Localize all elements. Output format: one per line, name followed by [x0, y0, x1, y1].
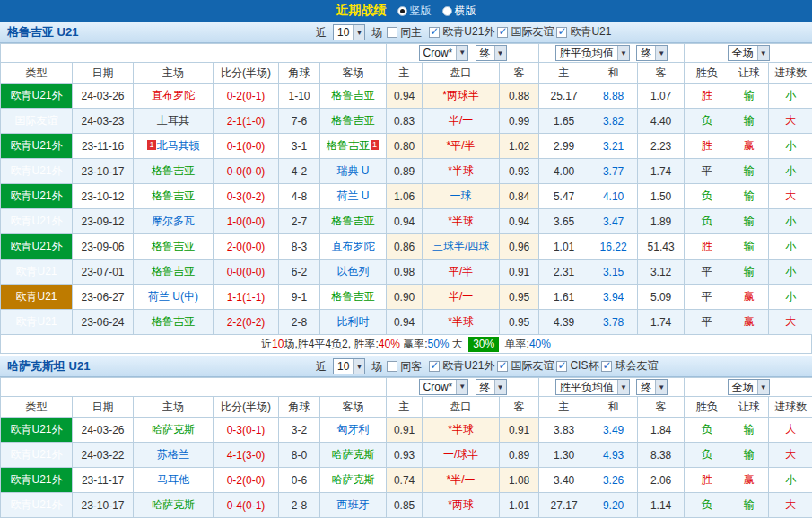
odds-home: 0.94	[387, 84, 423, 109]
away-team[interactable]: 比利时	[320, 310, 387, 335]
summary-text: 40%	[529, 338, 551, 350]
away-team[interactable]: 以色列	[320, 260, 387, 285]
checkbox-icon[interactable]	[429, 361, 440, 372]
same-home-filter[interactable]: 同主	[387, 25, 422, 40]
goals-result: 小	[769, 159, 812, 184]
col-header-odds-away: 客	[500, 397, 539, 418]
home-team[interactable]: 格鲁吉亚	[134, 234, 214, 260]
away-team[interactable]: 格鲁吉亚	[320, 209, 387, 234]
league-filter[interactable]: 球会友谊	[601, 358, 658, 374]
league-filter-label: 欧青U21外	[442, 24, 494, 40]
away-team[interactable]: 格鲁吉亚	[320, 84, 387, 109]
cell-text: 0.91	[509, 266, 529, 278]
home-team[interactable]: 哈萨克斯	[134, 493, 214, 518]
away-team[interactable]: 格鲁吉亚1	[320, 134, 387, 159]
col-header-away-team: 客场	[320, 397, 387, 418]
cell-text: 0.96	[509, 241, 529, 253]
score-halftime: 0-1(0-0)	[214, 134, 279, 159]
final-odds-select[interactable]: 终▼	[476, 379, 507, 395]
checkbox-icon[interactable]	[556, 361, 567, 372]
handicap-line: *半球	[423, 310, 500, 335]
goals-result: 大	[769, 184, 812, 209]
final-avg-select[interactable]: 终▼	[636, 45, 668, 61]
same-away-filter[interactable]: 同客	[387, 359, 422, 374]
home-team[interactable]: 摩尔多瓦	[134, 209, 214, 234]
layout-horizontal-radio[interactable]: 横版	[442, 4, 476, 19]
league-filter[interactable]: 欧青U21外	[429, 358, 494, 374]
cell-text: 0.94	[509, 216, 529, 228]
corner-kicks: 9-1	[279, 285, 320, 310]
away-team[interactable]: 瑞典 U	[320, 159, 387, 184]
bookmaker-select[interactable]: Crow*▼	[419, 379, 469, 395]
handicap-line: *两球半	[423, 84, 500, 109]
away-team[interactable]: 哈萨克斯	[320, 468, 387, 493]
avg-home: 3.83	[539, 418, 589, 443]
league-filter[interactable]: CIS杯	[556, 358, 598, 374]
league-filter[interactable]: 国际友谊	[497, 24, 554, 40]
away-team[interactable]: 西班牙	[320, 493, 387, 518]
home-team[interactable]: 格鲁吉亚	[134, 310, 214, 335]
avg-away: 3.12	[638, 260, 685, 285]
league-filter[interactable]: 欧青U21	[556, 24, 611, 40]
cell-text: 平	[702, 164, 712, 177]
col-header-match-type: 类型	[1, 63, 73, 84]
league-filter[interactable]: 国际友谊	[497, 358, 554, 374]
near-count-select[interactable]: 10 ▼	[333, 24, 365, 40]
cell-text: 马耳他	[157, 473, 189, 486]
near-count-value: 10	[337, 26, 349, 39]
home-team[interactable]: 土耳其	[134, 109, 214, 134]
home-team[interactable]: 直布罗陀	[134, 84, 214, 109]
cell-text: 欧青U21	[15, 315, 57, 328]
home-team[interactable]: 哈萨克斯	[134, 418, 214, 443]
away-team[interactable]: 哈萨克斯	[320, 443, 387, 468]
match-date: 23-06-27	[73, 285, 134, 310]
summary-text: 50%	[427, 338, 449, 350]
cell-text: 4.93	[603, 449, 624, 462]
goals-result: 小	[769, 84, 812, 109]
checkbox-icon[interactable]	[497, 361, 508, 372]
home-team[interactable]: 格鲁吉亚	[134, 159, 214, 184]
match-type: 欧青U21外	[1, 209, 73, 234]
avg-odds-select[interactable]: 胜平负均值▼	[555, 379, 630, 395]
cell-text: 1-1(1-1)	[227, 291, 266, 304]
score-halftime: 0-2(0-1)	[214, 84, 279, 109]
near-count-select[interactable]: 10 ▼	[333, 358, 365, 374]
fulltime-select[interactable]: 全场▼	[728, 379, 770, 395]
fulltime-select[interactable]: 全场▼	[728, 45, 770, 61]
cell-text: 小	[785, 290, 796, 303]
handicap-result: 输	[729, 109, 769, 134]
checkbox-icon[interactable]	[601, 361, 612, 372]
checkbox-icon[interactable]	[497, 27, 508, 38]
cell-text: 1-0(0-0)	[227, 216, 266, 228]
avg-odds-select[interactable]: 胜平负均值▼	[555, 45, 630, 61]
final-odds-select[interactable]: 终▼	[476, 45, 507, 61]
cell-text: 欧青U21外	[10, 448, 62, 461]
checkbox-icon[interactable]	[387, 361, 397, 372]
final-avg-select[interactable]: 终▼	[636, 379, 668, 395]
checkbox-icon[interactable]	[387, 27, 397, 38]
cell-text: *半球	[448, 164, 474, 177]
home-team[interactable]: 格鲁吉亚	[134, 184, 214, 209]
cell-text: 负	[702, 423, 712, 436]
bookmaker-select[interactable]: Crow*▼	[419, 45, 469, 61]
checkbox-icon[interactable]	[429, 27, 440, 38]
cell-text: 2-1(1-0)	[227, 115, 266, 128]
home-team[interactable]: 马耳他	[134, 468, 214, 493]
home-team[interactable]: 格鲁吉亚	[134, 260, 214, 285]
away-team[interactable]: 直布罗陀	[320, 234, 387, 260]
away-team[interactable]: 格鲁吉亚	[320, 109, 387, 134]
cell-text: 2-8	[292, 499, 307, 512]
home-team[interactable]: 苏格兰	[134, 443, 214, 468]
cell-text: 小	[785, 139, 796, 152]
home-team[interactable]: 1北马其顿	[134, 134, 214, 159]
checkbox-icon[interactable]	[556, 27, 567, 38]
away-team[interactable]: 匈牙利	[320, 418, 387, 443]
layout-vertical-radio[interactable]: 竖版	[397, 4, 432, 19]
away-team[interactable]: 荷兰 U	[320, 184, 387, 209]
home-team[interactable]: 荷兰 U(中)	[134, 285, 214, 310]
radio-selected-icon[interactable]	[397, 6, 407, 16]
radio-unselected-icon[interactable]	[442, 6, 452, 16]
away-team[interactable]: 格鲁吉亚	[320, 285, 387, 310]
league-filter[interactable]: 欧青U21外	[429, 24, 494, 40]
score-halftime: 0-3(0-1)	[214, 418, 279, 443]
